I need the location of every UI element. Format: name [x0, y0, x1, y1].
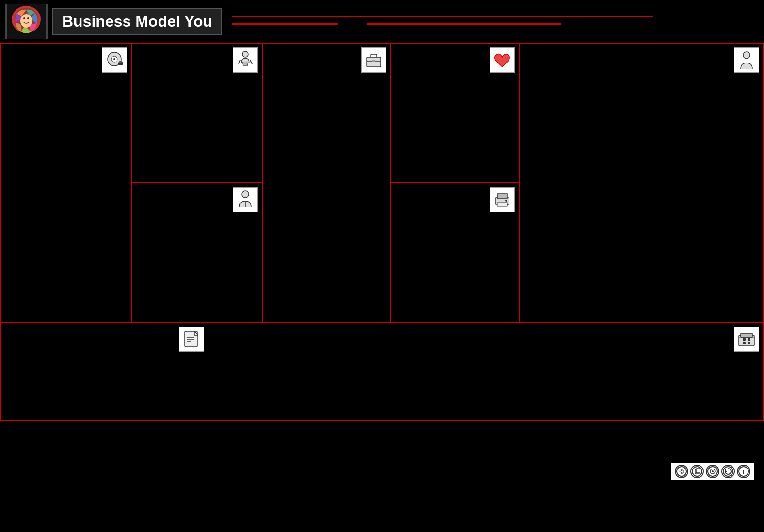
- svg-rect-41: [743, 342, 746, 344]
- svg-point-9: [113, 58, 115, 60]
- app-header: Business Model You: [0, 0, 764, 43]
- svg-point-17: [242, 191, 249, 198]
- header-line-bottom: [232, 23, 759, 25]
- cost-structure-cell: [1, 323, 382, 420]
- resources-svg: [235, 189, 256, 210]
- segments-icon: [734, 47, 759, 73]
- header-decoration: [232, 16, 759, 27]
- title-box: Business Model You: [52, 8, 222, 35]
- logo-icon: [7, 4, 46, 39]
- svg-rect-39: [743, 338, 746, 341]
- cc-icon-info: i: [737, 465, 750, 478]
- channels-icon: [490, 187, 515, 212]
- key-resources-cell: [132, 183, 262, 322]
- grid-bottom-row: [1, 323, 763, 420]
- relationships-icon: [490, 47, 515, 73]
- cc-icon-sa: [721, 465, 735, 478]
- partners-icon: [102, 47, 127, 73]
- header-line-top: [232, 16, 653, 17]
- svg-point-3: [20, 14, 32, 28]
- value-svg: [363, 49, 384, 71]
- svg-rect-26: [497, 194, 507, 199]
- canvas-area: ©: [0, 43, 764, 484]
- header-line-seg-1: [232, 23, 338, 25]
- cc-icon-nd: [706, 465, 719, 478]
- logo-box: [5, 4, 48, 39]
- segments-svg: [736, 49, 757, 71]
- cc-icon-cc: ©: [675, 465, 688, 478]
- svg-rect-22: [372, 60, 375, 62]
- activities-svg: [235, 49, 256, 71]
- grid-top-row: [1, 44, 763, 323]
- key-partners-cell: [1, 44, 132, 322]
- revenue-svg: [736, 329, 757, 350]
- svg-rect-48: [696, 469, 700, 473]
- cost-svg: [181, 329, 202, 350]
- channels-svg: [492, 189, 513, 210]
- svg-text:i: i: [743, 468, 745, 475]
- cc-icon-copy: [690, 465, 704, 478]
- resources-icon: [233, 187, 258, 212]
- relationships-svg: [492, 49, 513, 71]
- svg-point-5: [27, 17, 29, 19]
- customer-segments-cell: [520, 44, 763, 322]
- svg-rect-38: [741, 333, 752, 337]
- header-line-seg-2: [367, 23, 561, 25]
- svg-point-28: [505, 200, 507, 202]
- rel-channels-container: [391, 44, 520, 322]
- key-activities-cell: [132, 44, 262, 183]
- value-icon: [361, 47, 386, 73]
- creative-commons-icons: ©: [671, 463, 754, 480]
- value-propositions-cell: [263, 44, 391, 322]
- svg-point-4: [23, 17, 25, 19]
- app-title: Business Model You: [62, 13, 212, 30]
- revenue-streams-cell: [382, 323, 763, 420]
- svg-rect-27: [497, 203, 507, 206]
- revenue-icon: [734, 327, 759, 352]
- business-model-grid: [0, 43, 764, 421]
- svg-point-30: [743, 52, 750, 59]
- footer: ©: [0, 459, 764, 484]
- svg-rect-40: [748, 338, 750, 341]
- svg-rect-11: [119, 61, 122, 63]
- customer-relationships-cell: [391, 44, 519, 183]
- svg-text:©: ©: [680, 469, 684, 475]
- activities-resources-container: [132, 44, 263, 322]
- svg-rect-42: [748, 342, 750, 344]
- cost-icon: [179, 327, 204, 352]
- svg-point-51: [712, 470, 714, 472]
- activities-icon: [233, 47, 258, 73]
- partners-svg: [104, 49, 125, 71]
- svg-point-13: [242, 51, 248, 57]
- channels-cell: [391, 183, 519, 322]
